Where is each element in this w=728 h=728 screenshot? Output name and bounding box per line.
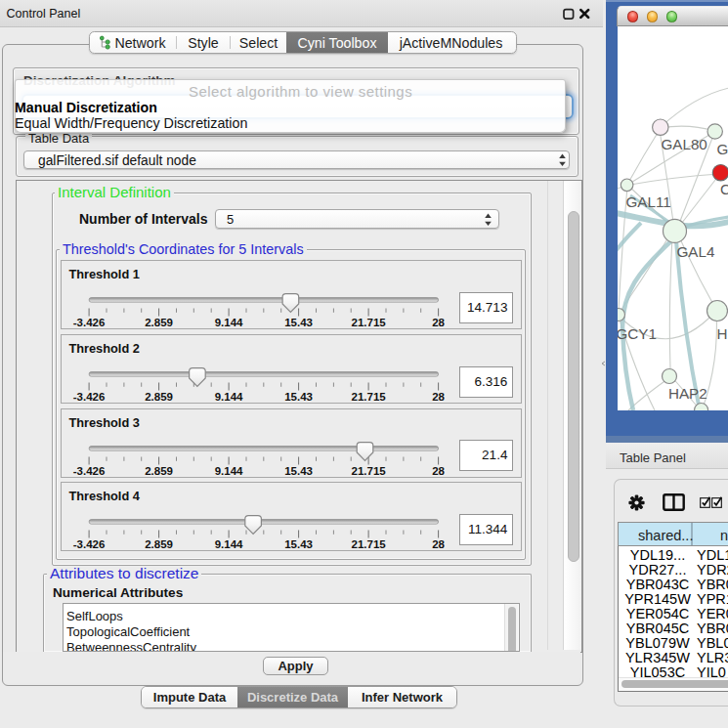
svg-text:G.: G. <box>717 141 728 157</box>
svg-text:C: C <box>720 181 728 197</box>
svg-text:9.144: 9.144 <box>215 317 243 328</box>
svg-text:28: 28 <box>433 317 446 328</box>
svg-text:-3.426: -3.426 <box>73 538 106 550</box>
svg-text:28: 28 <box>433 464 446 476</box>
svg-text:2.859: 2.859 <box>146 464 174 476</box>
svg-text:GAL11: GAL11 <box>626 193 671 210</box>
svg-text:15.43: 15.43 <box>285 391 314 403</box>
svg-text:9.144: 9.144 <box>215 464 243 476</box>
svg-text:HAP2: HAP2 <box>668 385 707 402</box>
svg-text:9.144: 9.144 <box>215 538 243 550</box>
svg-text:2.859: 2.859 <box>146 391 174 403</box>
svg-text:15.43: 15.43 <box>285 464 314 476</box>
svg-text:21.715: 21.715 <box>352 317 387 328</box>
svg-text:9.144: 9.144 <box>215 391 243 403</box>
svg-text:15.43: 15.43 <box>285 538 314 550</box>
svg-text:GCY1: GCY1 <box>618 325 657 342</box>
svg-text:2.859: 2.859 <box>146 317 174 328</box>
svg-text:28: 28 <box>433 538 446 550</box>
svg-text:-3.426: -3.426 <box>73 391 106 403</box>
svg-text:21.715: 21.715 <box>352 538 387 550</box>
svg-text:-3.426: -3.426 <box>73 317 106 328</box>
svg-text:-3.426: -3.426 <box>73 464 106 476</box>
svg-text:HI: HI <box>717 325 728 342</box>
svg-text:21.715: 21.715 <box>352 464 387 476</box>
svg-text:21.715: 21.715 <box>352 391 387 403</box>
svg-text:15.43: 15.43 <box>285 317 314 328</box>
svg-text:2.859: 2.859 <box>146 538 174 550</box>
svg-text:GAL4: GAL4 <box>677 243 715 260</box>
svg-text:GAL80: GAL80 <box>662 136 707 152</box>
svg-text:28: 28 <box>433 391 446 403</box>
